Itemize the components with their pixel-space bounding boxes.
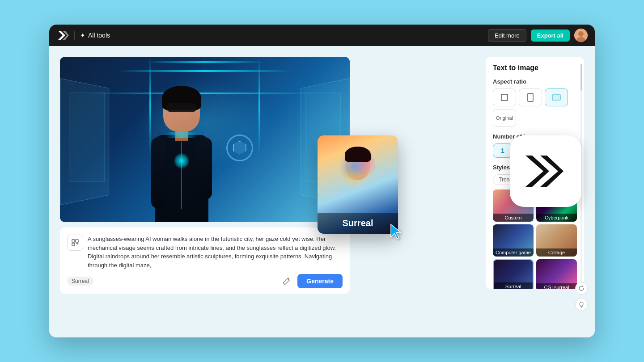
all-tools-label: All tools: [88, 32, 110, 39]
prompt-left: A sunglasses-wearing AI woman walks alon…: [67, 235, 343, 269]
refresh-icon-button[interactable]: [575, 282, 588, 295]
header-divider: [74, 31, 75, 40]
aspect-portrait-button[interactable]: [519, 88, 542, 106]
prompt-actions: Surreal Generate: [67, 274, 343, 288]
cursor-icon: [387, 223, 405, 240]
magic-wand-icon: ✦: [80, 32, 85, 39]
aspect-square-button[interactable]: [493, 88, 516, 106]
style-surreal-thumb[interactable]: Surreal: [493, 259, 534, 289]
landscape-aspect-icon: [551, 94, 561, 101]
style-surreal-label: Surreal: [494, 282, 533, 289]
left-panel: A sunglasses-wearing AI woman walks alon…: [60, 57, 477, 327]
generated-image: [60, 57, 350, 222]
prompt-text[interactable]: A sunglasses-wearing AI woman walks alon…: [88, 235, 343, 269]
lightbulb-icon-button[interactable]: [575, 298, 588, 311]
style-custom-label: Custom: [493, 214, 534, 222]
aspect-original-label: Original: [496, 115, 513, 121]
magic-wand-icon[interactable]: [280, 275, 293, 287]
style-computer-game-label: Computer game: [493, 248, 534, 257]
style-cyberpunk-label: Cyberpunk: [536, 214, 577, 222]
aspect-landscape-button[interactable]: [545, 88, 568, 106]
svg-rect-3: [72, 240, 75, 242]
svg-rect-6: [501, 94, 508, 101]
surreal-style-popup[interactable]: Surreal: [318, 135, 398, 234]
prompt-tag[interactable]: Surreal: [67, 277, 93, 286]
prompt-area: A sunglasses-wearing AI woman walks alon…: [60, 227, 350, 294]
style-cgi-surreal-label: CGI surreal: [536, 283, 577, 289]
svg-rect-8: [552, 95, 560, 100]
aspect-original-button[interactable]: Original: [493, 109, 516, 127]
expand-icon: [71, 239, 79, 247]
surreal-popup-label: Surreal: [318, 213, 398, 234]
header-actions: Edit more Export all: [488, 29, 588, 42]
edit-more-button[interactable]: Edit more: [488, 29, 526, 42]
lightbulb-icon: [578, 301, 585, 307]
avatar[interactable]: [574, 29, 588, 42]
aspect-ratio-options: Original: [493, 88, 577, 127]
main-content: A sunglasses-wearing AI woman walks alon…: [49, 46, 595, 337]
generate-button[interactable]: Generate: [297, 274, 343, 288]
square-aspect-icon: [500, 93, 509, 102]
capcut-brand-icon: [523, 153, 568, 189]
app-logo[interactable]: [56, 29, 69, 42]
refresh-icon: [578, 285, 585, 291]
style-cgi-surreal-thumb[interactable]: CGI surreal: [536, 259, 577, 289]
bottom-right-icons: [575, 282, 588, 311]
style-computer-game-thumb[interactable]: Computer game: [493, 224, 534, 257]
aspect-ratio-label: Aspect ratio: [493, 78, 577, 85]
svg-rect-4: [76, 240, 78, 242]
all-tools-nav[interactable]: ✦ All tools: [80, 32, 110, 39]
style-collage-label: Collage: [536, 248, 577, 257]
export-all-button[interactable]: Export all: [531, 29, 570, 42]
app-window: ✦ All tools Edit more Export all: [49, 25, 595, 337]
svg-rect-5: [72, 243, 75, 246]
panel-title: Text to image: [493, 64, 577, 72]
prompt-expand-button[interactable]: [67, 235, 83, 251]
svg-point-1: [578, 31, 584, 37]
portrait-aspect-icon: [527, 93, 534, 102]
svg-rect-7: [528, 93, 533, 101]
capcut-logo-float: [510, 135, 581, 207]
header: ✦ All tools Edit more Export all: [49, 25, 595, 46]
style-collage-thumb[interactable]: Collage: [536, 224, 577, 257]
